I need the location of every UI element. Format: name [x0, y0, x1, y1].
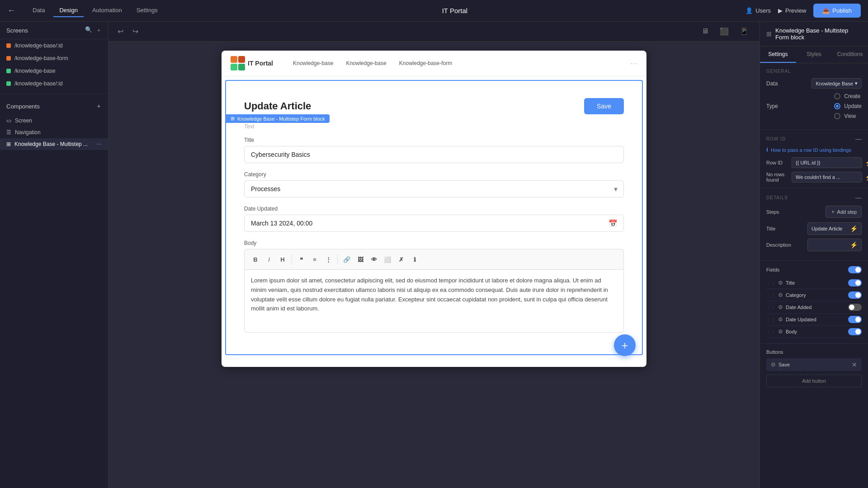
- field-row-date-updated: ⋮⋮ ⚙ Date Updated: [766, 314, 862, 326]
- panel-tab-conditions[interactable]: Conditions: [832, 47, 868, 63]
- screen-item[interactable]: /knowledge-base/:id: [0, 77, 108, 90]
- drag-handle-icon[interactable]: ⋮⋮: [766, 281, 775, 286]
- row-id-input[interactable]: [792, 157, 862, 168]
- form-field-title: Title: [244, 137, 624, 163]
- screen-item[interactable]: /knowledge-base/:id: [0, 39, 108, 52]
- add-step-button[interactable]: ＋ Add step: [826, 206, 862, 218]
- date-input[interactable]: [244, 215, 624, 232]
- field-toggle-title[interactable]: [848, 279, 862, 286]
- bullet-list-button[interactable]: ≡: [308, 253, 321, 266]
- radio-circle-checked: [834, 103, 840, 109]
- drag-handle-icon[interactable]: ⋮⋮: [766, 305, 775, 310]
- image-button[interactable]: 🖼: [354, 253, 367, 266]
- drag-handle-icon[interactable]: ⋮⋮: [766, 317, 775, 322]
- link-button[interactable]: 🔗: [340, 253, 353, 266]
- title-lightning-button[interactable]: ⚡: [850, 225, 858, 232]
- mobile-view-button[interactable]: 📱: [736, 25, 752, 38]
- table-button[interactable]: ⬜: [381, 253, 394, 266]
- search-icon[interactable]: 🔍: [85, 26, 92, 34]
- field-row-date-added: ⋮⋮ ⚙ Date Added: [766, 301, 862, 314]
- calendar-icon[interactable]: 📅: [609, 219, 618, 228]
- fields-header: Fields: [766, 266, 862, 273]
- field-toggle-category[interactable]: [848, 291, 862, 299]
- component-screen[interactable]: ▭ Screen: [0, 115, 108, 127]
- form-save-button[interactable]: Save: [584, 98, 624, 114]
- details-collapse-button[interactable]: —: [855, 194, 862, 201]
- heading-button[interactable]: H: [276, 253, 289, 266]
- panel-header: ⊞ Knowledge Base - Multistep Form block: [760, 22, 868, 47]
- undo-button[interactable]: ↩: [116, 25, 125, 38]
- row-id-help-link[interactable]: ℹ How to pass a row ID using bindings: [766, 147, 862, 153]
- remove-save-button[interactable]: ✕: [852, 361, 857, 368]
- field-name-title: Title: [786, 280, 845, 286]
- no-rows-input[interactable]: [792, 172, 862, 183]
- type-view-radio[interactable]: View: [834, 113, 862, 119]
- component-more-icon[interactable]: ⋯: [96, 141, 102, 147]
- tab-settings[interactable]: Settings: [130, 4, 164, 17]
- field-toggle-date-updated[interactable]: [848, 316, 862, 323]
- field-gear-icon[interactable]: ⚙: [778, 292, 783, 298]
- row-id-lightning-button[interactable]: ⚡: [865, 159, 868, 166]
- row-id-collapse-button[interactable]: —: [855, 135, 862, 142]
- type-create-radio[interactable]: Create: [834, 93, 862, 99]
- desktop-view-button[interactable]: 🖥: [698, 25, 712, 38]
- block-label: ⊞ Knowledge Base - Multistep Form block: [226, 114, 330, 123]
- category-select[interactable]: Processes: [244, 180, 624, 197]
- italic-button[interactable]: I: [263, 253, 275, 266]
- fab-button[interactable]: ＋: [614, 334, 636, 356]
- preview-tab-0[interactable]: Knowledge-base: [288, 57, 339, 69]
- bold-button[interactable]: B: [249, 253, 262, 266]
- redo-button[interactable]: ↪: [131, 25, 140, 38]
- preview-tab-1[interactable]: Knowledge-base: [340, 57, 392, 69]
- title-input[interactable]: [244, 146, 624, 163]
- preview-button[interactable]: ▶ Preview: [778, 7, 806, 14]
- publish-button[interactable]: 📤 Publish: [813, 4, 861, 18]
- tablet-view-button[interactable]: ⬛: [716, 25, 732, 38]
- field-gear-icon[interactable]: ⚙: [778, 328, 783, 335]
- users-button[interactable]: 👤 Users: [745, 7, 771, 14]
- clear-button[interactable]: ✗: [395, 253, 407, 266]
- preview-button-rich[interactable]: 👁: [368, 253, 380, 266]
- field-toggle-body[interactable]: [848, 328, 862, 335]
- preview-icon: ▶: [778, 7, 783, 14]
- data-select[interactable]: Knowledge Base ▾: [811, 78, 862, 89]
- component-navigation[interactable]: ☰ Navigation: [0, 127, 108, 138]
- blockquote-button[interactable]: ❝: [295, 253, 307, 266]
- field-gear-icon[interactable]: ⚙: [778, 280, 783, 286]
- field-name-body: Body: [786, 329, 845, 334]
- field-gear-icon[interactable]: ⚙: [778, 304, 783, 310]
- screen-item[interactable]: /knowledge-base: [0, 65, 108, 77]
- screen-item[interactable]: /knowledge-base-form: [0, 52, 108, 65]
- back-button[interactable]: ←: [7, 6, 15, 15]
- add-component-button[interactable]: ＋: [96, 102, 102, 110]
- fields-master-toggle[interactable]: [848, 266, 862, 273]
- detail-description-row: Description ⚡: [766, 239, 862, 251]
- ordered-list-button[interactable]: ⋮: [322, 253, 335, 266]
- help-icon: ℹ: [766, 147, 768, 153]
- drag-handle-icon[interactable]: ⋮⋮: [766, 293, 775, 298]
- panel-tab-settings[interactable]: Settings: [760, 47, 796, 63]
- type-update-radio[interactable]: Update: [834, 103, 862, 109]
- preview-tab-2[interactable]: Knowledge-base-form: [394, 57, 458, 69]
- title-field-label: Title: [244, 137, 624, 143]
- tab-automation[interactable]: Automation: [86, 4, 128, 17]
- field-gear-icon[interactable]: ⚙: [778, 316, 783, 323]
- general-section: GENERAL Data Knowledge Base ▾ Type Creat…: [760, 63, 868, 130]
- top-nav-tabs: Data Design Automation Settings: [26, 4, 164, 17]
- add-screen-button[interactable]: ＋: [96, 26, 102, 34]
- no-rows-lightning-button[interactable]: ⚡: [865, 174, 868, 181]
- save-gear-icon[interactable]: ⚙: [771, 361, 776, 368]
- tab-design[interactable]: Design: [53, 4, 84, 17]
- block-label-icon: ⊞: [231, 116, 235, 122]
- drag-handle-icon[interactable]: ⋮⋮: [766, 329, 775, 334]
- screen-dot: [6, 81, 11, 86]
- description-lightning-button[interactable]: ⚡: [850, 241, 858, 249]
- field-toggle-date-added[interactable]: [848, 304, 862, 311]
- panel-tab-styles[interactable]: Styles: [796, 47, 832, 63]
- add-button-button[interactable]: Add button: [766, 375, 862, 387]
- tab-data[interactable]: Data: [26, 4, 51, 17]
- component-knowledge-base-form[interactable]: ⊞ Knowledge Base - Multistep ... ⋯: [0, 138, 108, 150]
- body-content[interactable]: Lorem ipsum dolor sit amet, consectetur …: [244, 269, 624, 333]
- preview-more-icon[interactable]: ⋯: [630, 59, 637, 68]
- info-button[interactable]: ℹ: [408, 253, 421, 266]
